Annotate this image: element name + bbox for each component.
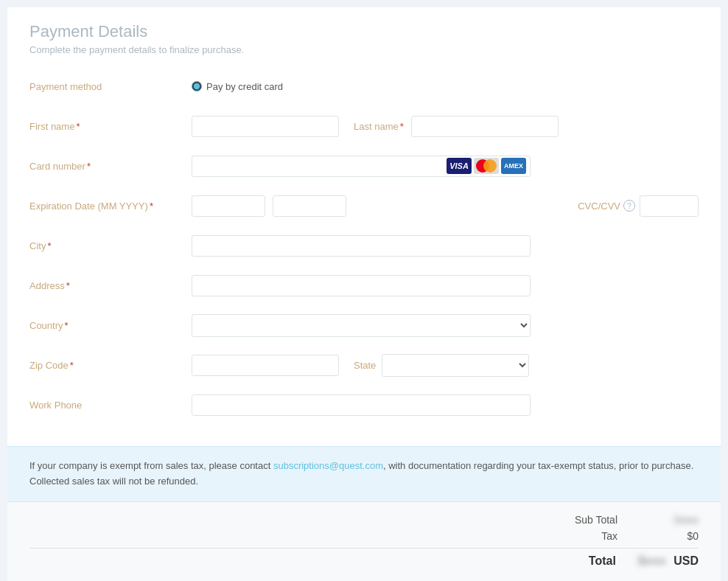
zip-label: Zip Code*: [29, 360, 192, 371]
summary-divider: [29, 548, 699, 549]
expiry-label: Expiration Date (MM YYYY)*: [29, 201, 192, 212]
amex-icon: AMEX: [501, 158, 526, 174]
total-currency: USD: [673, 554, 699, 567]
state-select[interactable]: California New York Texas: [382, 354, 529, 377]
city-label: City*: [29, 240, 192, 251]
tax-row: Tax $0: [29, 530, 699, 542]
last-name-input[interactable]: [411, 116, 559, 137]
cvc-input[interactable]: [640, 195, 699, 217]
address-label: Address*: [29, 280, 192, 291]
subtotal-value: $●●●: [640, 514, 699, 526]
last-name-label: Last name*: [354, 121, 404, 132]
subtotal-row: Sub Total $●●●: [29, 514, 699, 526]
card-icons: VISA AMEX: [447, 158, 526, 174]
tax-notice-email[interactable]: subscriptions@quest.com: [273, 460, 383, 471]
credit-card-radio[interactable]: [192, 81, 202, 91]
city-row: City*: [29, 232, 699, 259]
cvc-group: CVC/CVV ?: [578, 195, 699, 217]
total-row: Total $●●● USD: [29, 554, 699, 568]
first-name-input[interactable]: [192, 116, 339, 137]
page-subtitle: Complete the payment details to finalize…: [29, 44, 699, 55]
page-title: Payment Details: [29, 22, 699, 41]
first-name-label: First name*: [29, 121, 192, 132]
address-input[interactable]: [192, 275, 531, 296]
expiry-month-input[interactable]: [192, 195, 265, 217]
summary-section: Sub Total $●●● Tax $0 Total $●●● USD: [7, 501, 721, 581]
visa-icon: VISA: [447, 158, 472, 174]
mastercard-icon: [474, 158, 499, 174]
tax-notice-text-before: If your company is exempt from sales tax…: [29, 460, 273, 471]
country-select[interactable]: United States Canada United Kingdom: [192, 314, 531, 337]
state-label: State: [354, 360, 376, 371]
card-number-label: Card number*: [29, 161, 192, 172]
state-group: State California New York Texas: [354, 354, 529, 377]
expiry-year-input[interactable]: [273, 195, 346, 217]
work-phone-label: Work Phone: [29, 400, 192, 411]
cvc-help-icon[interactable]: ?: [623, 200, 635, 212]
expiry-row: Expiration Date (MM YYYY)* CVC/CVV ?: [29, 192, 699, 219]
country-label: Country*: [29, 320, 192, 331]
name-row: First name* Last name*: [29, 113, 699, 139]
subtotal-label: Sub Total: [544, 514, 617, 526]
total-value: $●●● USD: [638, 554, 699, 568]
address-row: Address*: [29, 272, 699, 299]
pay-by-credit-card-option[interactable]: Pay by credit card: [192, 81, 283, 92]
country-row: Country* United States Canada United Kin…: [29, 312, 699, 338]
card-number-wrapper: VISA AMEX: [192, 156, 531, 177]
work-phone-input[interactable]: [192, 394, 531, 416]
payment-method-row: Payment method Pay by credit card: [29, 73, 699, 100]
card-number-row: Card number* VISA AMEX: [29, 153, 699, 179]
payment-method-label: Payment method: [29, 81, 192, 92]
cvc-label: CVC/CVV ?: [578, 200, 635, 212]
expiry-inputs: [192, 195, 346, 217]
zip-input[interactable]: [192, 355, 339, 376]
work-phone-row: Work Phone: [29, 392, 699, 418]
tax-value: $0: [640, 530, 699, 542]
credit-card-label: Pay by credit card: [206, 81, 283, 92]
tax-notice: If your company is exempt from sales tax…: [7, 446, 721, 501]
tax-label: Tax: [544, 530, 617, 542]
total-label: Total: [589, 554, 616, 568]
city-input[interactable]: [192, 235, 531, 257]
zip-state-row: Zip Code* State California New York Texa…: [29, 352, 699, 378]
